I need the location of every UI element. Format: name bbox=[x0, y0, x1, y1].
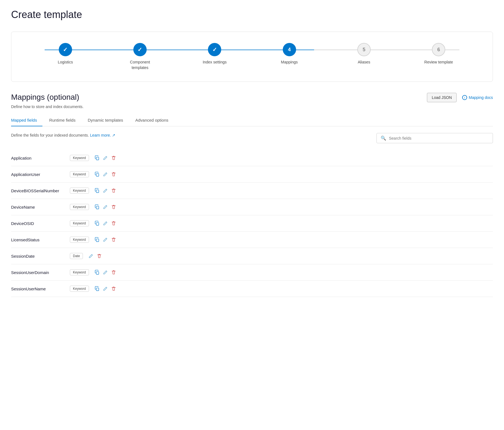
mapping-docs-link[interactable]: i Mapping docs bbox=[462, 95, 493, 100]
delete-icon[interactable] bbox=[111, 204, 116, 209]
field-actions bbox=[95, 155, 116, 160]
step-circle-6: 6 bbox=[432, 43, 445, 56]
copy-icon[interactable] bbox=[95, 237, 100, 242]
table-row: Application Keyword bbox=[11, 150, 493, 166]
delete-icon[interactable] bbox=[111, 270, 116, 275]
delete-icon[interactable] bbox=[111, 172, 116, 177]
tab-advanced-options[interactable]: Advanced options bbox=[135, 114, 174, 126]
checkmark-icon-3: ✓ bbox=[212, 46, 217, 53]
stepper-container: ✓ Logistics ✓ Componenttemplates ✓ Index… bbox=[11, 32, 493, 82]
fields-table: Application Keyword ApplicationUser Keyw… bbox=[11, 150, 493, 297]
load-json-button[interactable]: Load JSON bbox=[427, 93, 456, 102]
mappings-title-group: Mappings (optional) bbox=[11, 93, 79, 102]
step-label-4: Mappings bbox=[281, 60, 298, 65]
table-row: SessionUserDomain Keyword bbox=[11, 264, 493, 281]
step-circle-2: ✓ bbox=[133, 43, 147, 56]
field-type-badge: Date bbox=[70, 253, 83, 259]
field-actions bbox=[95, 188, 116, 193]
field-actions bbox=[95, 237, 116, 242]
field-name: LicensedStatus bbox=[11, 237, 67, 242]
svg-rect-4 bbox=[96, 222, 99, 225]
table-row: ApplicationUser Keyword bbox=[11, 166, 493, 183]
field-actions bbox=[95, 221, 116, 226]
copy-icon[interactable] bbox=[95, 221, 100, 226]
field-actions bbox=[95, 286, 116, 291]
delete-icon[interactable] bbox=[97, 254, 102, 258]
tab-mapped-fields[interactable]: Mapped fields bbox=[11, 114, 42, 126]
step-label-5: Aliases bbox=[358, 60, 370, 65]
copy-icon[interactable] bbox=[95, 270, 100, 275]
delete-icon[interactable] bbox=[111, 286, 116, 291]
step-label-6: Review template bbox=[424, 60, 453, 65]
field-name: ApplicationUser bbox=[11, 172, 67, 177]
edit-icon[interactable] bbox=[103, 270, 108, 275]
tab-runtime-fields[interactable]: Runtime fields bbox=[49, 114, 81, 126]
field-name: DeviceBIOSSerialNumber bbox=[11, 188, 67, 193]
field-type-badge: Keyword bbox=[70, 269, 89, 275]
step-index-settings[interactable]: ✓ Index settings bbox=[177, 43, 252, 65]
tabs-container: Mapped fields Runtime fields Dynamic tem… bbox=[11, 114, 493, 126]
step-logistics[interactable]: ✓ Logistics bbox=[28, 43, 103, 65]
step-circle-4: 4 bbox=[283, 43, 296, 56]
copy-icon[interactable] bbox=[95, 204, 100, 209]
table-row: DeviceBIOSSerialNumber Keyword bbox=[11, 183, 493, 199]
mappings-title: Mappings (optional) bbox=[11, 93, 79, 102]
field-type-badge: Keyword bbox=[70, 204, 89, 210]
step-aliases[interactable]: 5 Aliases bbox=[327, 43, 401, 65]
svg-rect-6 bbox=[96, 272, 99, 274]
step-circle-1: ✓ bbox=[59, 43, 72, 56]
stepper: ✓ Logistics ✓ Componenttemplates ✓ Index… bbox=[28, 43, 476, 70]
copy-icon[interactable] bbox=[95, 172, 100, 177]
svg-rect-5 bbox=[96, 239, 99, 242]
content-area: Define the fields for your indexed docum… bbox=[11, 133, 493, 143]
field-name: DeviceName bbox=[11, 205, 67, 209]
field-type-badge: Keyword bbox=[70, 237, 89, 243]
svg-rect-2 bbox=[96, 190, 99, 193]
checkmark-icon-1: ✓ bbox=[63, 46, 68, 53]
search-input[interactable] bbox=[389, 136, 489, 140]
delete-icon[interactable] bbox=[111, 237, 116, 242]
edit-icon[interactable] bbox=[103, 237, 108, 242]
step-component-templates[interactable]: ✓ Componenttemplates bbox=[103, 43, 177, 70]
edit-icon[interactable] bbox=[103, 155, 108, 160]
copy-icon[interactable] bbox=[95, 188, 100, 193]
step-number-6: 6 bbox=[437, 47, 440, 53]
step-mappings[interactable]: 4 Mappings bbox=[252, 43, 327, 65]
step-label-3: Index settings bbox=[203, 60, 226, 65]
edit-icon[interactable] bbox=[103, 188, 108, 193]
edit-icon[interactable] bbox=[103, 286, 108, 291]
edit-icon[interactable] bbox=[88, 254, 93, 258]
table-row: SessionDate Date bbox=[11, 248, 493, 264]
svg-rect-0 bbox=[96, 157, 99, 160]
field-name: DeviceOSID bbox=[11, 221, 67, 226]
table-row: DeviceOSID Keyword bbox=[11, 215, 493, 232]
header-actions: Load JSON i Mapping docs bbox=[427, 93, 493, 102]
table-row: DeviceName Keyword bbox=[11, 199, 493, 215]
search-box: 🔍 bbox=[376, 133, 493, 143]
content-description: Define the fields for your indexed docum… bbox=[11, 133, 115, 137]
step-number-4: 4 bbox=[288, 47, 291, 53]
field-name: SessionDate bbox=[11, 254, 67, 258]
tab-dynamic-templates[interactable]: Dynamic templates bbox=[88, 114, 129, 126]
mapping-docs-icon: i bbox=[462, 95, 467, 100]
search-icon: 🔍 bbox=[381, 135, 386, 141]
edit-icon[interactable] bbox=[103, 172, 108, 177]
copy-icon[interactable] bbox=[95, 286, 100, 291]
step-circle-3: ✓ bbox=[208, 43, 221, 56]
step-review-template[interactable]: 6 Review template bbox=[401, 43, 476, 65]
field-type-badge: Keyword bbox=[70, 188, 89, 194]
checkmark-icon-2: ✓ bbox=[138, 46, 142, 53]
field-type-badge: Keyword bbox=[70, 220, 89, 226]
delete-icon[interactable] bbox=[111, 155, 116, 160]
svg-rect-3 bbox=[96, 206, 99, 209]
learn-more-link[interactable]: Learn more. ↗ bbox=[90, 133, 115, 137]
table-row: SessionUserName Keyword bbox=[11, 281, 493, 297]
delete-icon[interactable] bbox=[111, 221, 116, 226]
step-label-1: Logistics bbox=[58, 60, 73, 65]
edit-icon[interactable] bbox=[103, 221, 108, 226]
delete-icon[interactable] bbox=[111, 188, 116, 193]
svg-rect-7 bbox=[96, 288, 99, 291]
edit-icon[interactable] bbox=[103, 204, 108, 209]
copy-icon[interactable] bbox=[95, 155, 100, 160]
field-actions bbox=[95, 204, 116, 209]
